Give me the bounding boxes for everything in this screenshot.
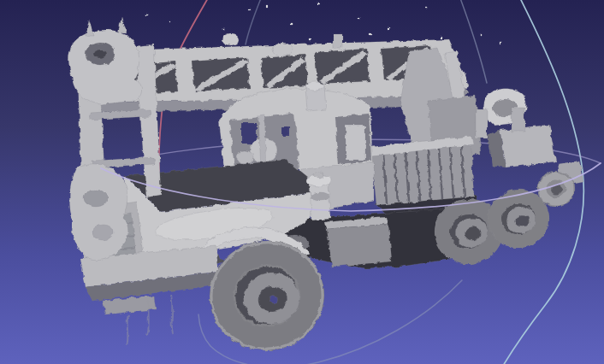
pulley-ring-center <box>94 50 106 58</box>
tail-stack <box>512 108 524 132</box>
pivot-block <box>476 109 488 138</box>
debris-dot <box>169 21 170 23</box>
boom-bump <box>222 33 240 45</box>
boom-knob <box>333 34 342 48</box>
hook-block-mass <box>69 164 127 260</box>
debris-dot <box>500 42 501 44</box>
roof-beacon-top <box>305 82 324 91</box>
scan-strand <box>171 296 173 333</box>
scan-strand <box>127 314 128 345</box>
windshield-hole <box>241 123 257 144</box>
debris-dot <box>291 24 293 26</box>
debris-dot <box>249 9 251 10</box>
debris-dot <box>370 33 371 35</box>
hook-shadow <box>92 225 113 240</box>
debris-dot <box>425 7 428 9</box>
windshield-hole <box>281 126 290 136</box>
debris-dot <box>358 17 361 20</box>
exhaust-knob <box>314 172 324 179</box>
debris-dot <box>223 28 226 31</box>
debris-dot <box>146 15 149 17</box>
debris-dot <box>388 27 390 29</box>
step-box <box>327 224 392 267</box>
windshield-debris <box>236 150 253 164</box>
debris-dot <box>317 2 319 3</box>
tail-box <box>500 125 556 167</box>
debris-dot <box>266 5 268 7</box>
debris-dot <box>309 38 311 40</box>
pulley-block <box>68 30 141 104</box>
hook-shadow <box>84 190 108 207</box>
debris-dot <box>480 34 483 37</box>
door-window-panel <box>346 126 365 160</box>
exhaust-ring <box>311 192 329 201</box>
render-canvas[interactable] <box>0 0 604 364</box>
3d-viewport[interactable] <box>0 0 604 364</box>
boom-bump <box>272 43 293 56</box>
debris-dot <box>440 37 441 38</box>
